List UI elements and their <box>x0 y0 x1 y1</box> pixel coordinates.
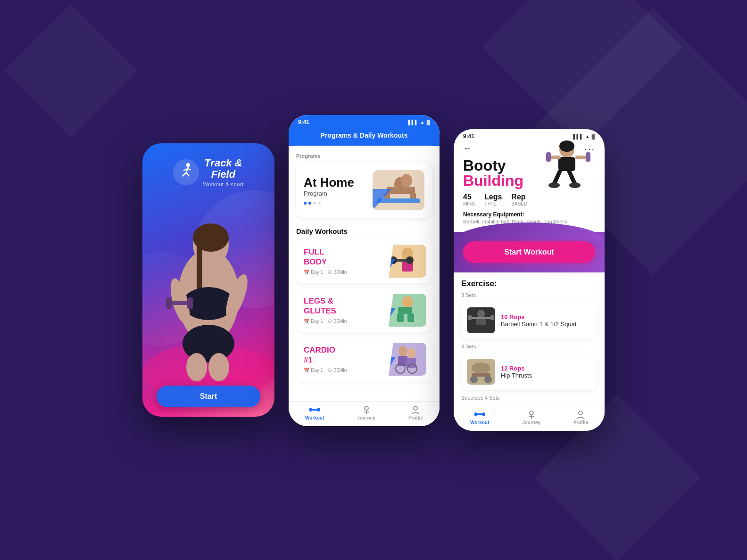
back-button[interactable]: ← <box>463 144 472 154</box>
exercise-reps-2: 12 Rops <box>501 365 591 372</box>
workout-title-cardio: CARDIO#1 <box>304 346 384 365</box>
sets-label-1: 3 Sets <box>461 292 597 298</box>
svg-rect-50 <box>311 409 318 411</box>
journey-nav-icon-3 <box>526 410 537 419</box>
splash-person <box>142 202 274 391</box>
nav-profile-3[interactable]: Profile <box>573 410 588 425</box>
svg-rect-71 <box>490 315 494 320</box>
svg-point-53 <box>365 406 368 410</box>
workout-day-3: 📅Day 1 <box>304 368 323 373</box>
dot-3 <box>313 202 316 205</box>
exercise-name-1: Barbell Sumo 1 & 1/2 Squat <box>501 321 591 328</box>
status-bar-2: 9:41 ▌▌▌ ▲ ▓ <box>289 115 440 127</box>
svg-rect-23 <box>387 187 415 194</box>
workout-nav-icon <box>309 405 320 414</box>
svg-point-77 <box>470 376 478 383</box>
svg-rect-27 <box>377 198 420 203</box>
exercise-reps-1: 10 Rops <box>501 313 591 321</box>
workout-nav-icon-3 <box>474 410 485 419</box>
phone2-title: Programs & Daily Workouts <box>321 132 408 139</box>
nav-journey-2[interactable]: Journey <box>357 405 375 420</box>
svg-rect-16 <box>166 297 172 309</box>
equipment-title: Necessary Equipment: <box>463 211 595 218</box>
profile-nav-icon-2 <box>410 405 421 414</box>
svg-rect-64 <box>586 152 590 162</box>
svg-point-19 <box>186 353 207 381</box>
start-workout-button[interactable]: Start Workout <box>463 241 595 263</box>
stat-mins: 45 MINS <box>463 193 475 206</box>
workout-duration-2: ⏱30Min <box>328 319 347 324</box>
wifi-icon-3: ▲ <box>585 134 590 139</box>
svg-point-44 <box>407 348 415 358</box>
svg-rect-11 <box>197 238 202 294</box>
svg-point-20 <box>208 353 229 381</box>
svg-rect-85 <box>474 412 477 416</box>
battery-icon-3: ▓ <box>592 134 595 139</box>
svg-point-37 <box>402 296 413 308</box>
svg-rect-38 <box>398 307 412 314</box>
svg-point-26 <box>401 174 412 187</box>
svg-rect-86 <box>482 412 485 416</box>
workout-card-cardio[interactable]: CARDIO#1 📅Day 1 ⏱30Min <box>296 337 432 381</box>
svg-rect-40 <box>407 313 414 322</box>
exercise-card-1: 10 Rops Barbell Sumo 1 & 1/2 Squat <box>461 302 597 339</box>
nav-workout-2[interactable]: Workout <box>305 405 324 420</box>
workout-hero: Booty Building <box>454 158 605 232</box>
exercise-info-2: 12 Rops Hip Thrusts <box>501 365 591 379</box>
sets-label-3: Superset: 4 Sets <box>461 395 597 401</box>
purple-section: Start Workout <box>454 232 605 272</box>
svg-rect-70 <box>468 315 472 320</box>
svg-rect-60 <box>558 157 575 171</box>
nav-profile-2[interactable]: Profile <box>408 405 423 420</box>
nav-journey-3[interactable]: Journey <box>522 410 540 425</box>
workout-hero-image <box>539 139 590 200</box>
wifi-icon: ▲ <box>420 120 425 125</box>
svg-rect-62 <box>546 152 551 162</box>
exercise-name-2: Hip Thrusts <box>501 372 591 379</box>
svg-point-65 <box>548 182 560 188</box>
logo-brand: Track & Field <box>203 157 243 180</box>
workout-title-legs: LEGS &GLUTES <box>304 296 384 316</box>
phone-workouts: 9:41 ▌▌▌ ▲ ▓ Programs & Daily Workouts P… <box>289 115 440 426</box>
workout-title-fullbody: FULLBODY <box>304 247 384 267</box>
svg-rect-52 <box>317 408 320 412</box>
workout-duration-1: ⏱30Min <box>328 270 347 275</box>
nav-bar-3: Workout Journey Profile <box>454 406 605 431</box>
exercise-info-1: 10 Rops Barbell Sumo 1 & 1/2 Squat <box>501 313 591 328</box>
stat-rep: Rep BASED <box>511 193 527 206</box>
dot-4 <box>318 202 321 205</box>
svg-point-90 <box>579 411 582 415</box>
svg-point-66 <box>569 182 581 188</box>
svg-point-1 <box>186 163 190 167</box>
workout-card-fullbody[interactable]: FULLBODY 📅Day 1 ⏱30Min <box>296 239 432 283</box>
nav-profile-label-2: Profile <box>408 415 423 420</box>
program-card[interactable]: At Home Program <box>296 163 432 218</box>
signal-icon: ▌▌▌ <box>408 120 418 125</box>
svg-point-43 <box>398 346 407 356</box>
program-title: At Home <box>304 176 354 189</box>
svg-rect-69 <box>469 317 493 319</box>
nav-workout-label-2: Workout <box>305 415 324 420</box>
phone2-header: Programs & Daily Workouts <box>289 127 440 146</box>
battery-icon: ▓ <box>427 120 430 125</box>
exercise-section-title: Exercise: <box>461 279 597 288</box>
workout-card-legs[interactable]: LEGS &GLUTES 📅Day 1 ⏱30Min <box>296 288 432 332</box>
nav-journey-label-2: Journey <box>357 415 375 420</box>
svg-rect-84 <box>476 413 483 415</box>
nav-workout-3[interactable]: Workout <box>470 410 489 425</box>
nav-workout-label-3: Workout <box>470 420 489 425</box>
start-button[interactable]: Start <box>157 386 260 407</box>
programs-label: Programs <box>296 153 432 159</box>
svg-point-34 <box>406 256 414 264</box>
signal-icon-3: ▌▌▌ <box>573 134 583 139</box>
phone-splash: Track & Field Workout & sport <box>142 143 274 417</box>
nav-journey-label-3: Journey <box>522 420 540 425</box>
workout-day-2: 📅Day 1 <box>304 319 323 324</box>
svg-point-59 <box>559 140 574 152</box>
stat-type: Legs TYPE <box>484 193 502 206</box>
dot-2 <box>308 202 311 205</box>
runner-icon <box>173 159 199 185</box>
svg-rect-72 <box>476 319 481 325</box>
exercise-thumb-2 <box>467 359 495 385</box>
program-subtitle: Program <box>304 190 354 197</box>
